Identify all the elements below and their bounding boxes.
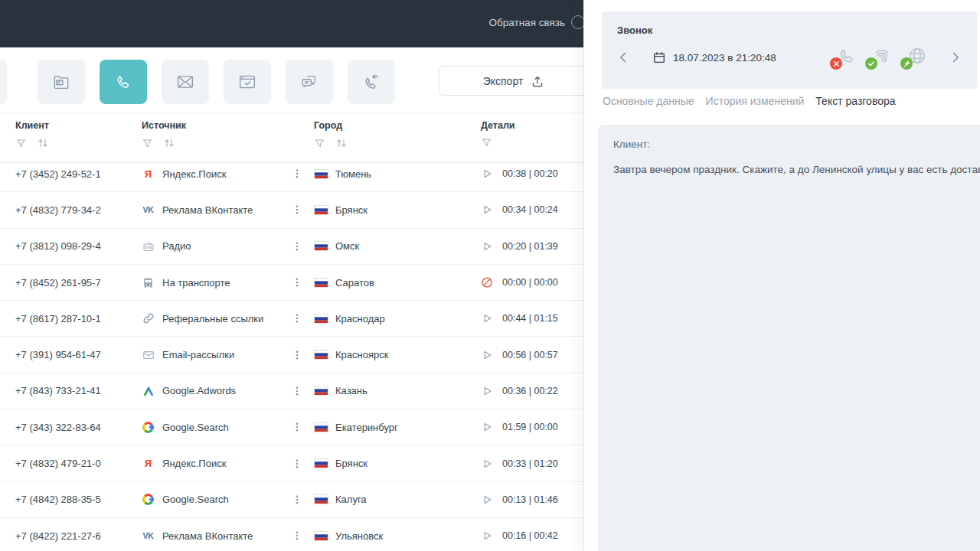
row-menu-dots-icon[interactable] (290, 239, 304, 254)
row-menu-dots-icon[interactable] (290, 311, 304, 326)
filter-emails-button[interactable] (162, 60, 209, 104)
russia-flag-icon (314, 531, 328, 541)
row-menu-dots-icon[interactable] (290, 347, 304, 363)
missed-call-icon-badge (830, 57, 842, 70)
table-body: +7 (3452) 249-52-1 ЯЯндекс.Поиск Тюмень … (0, 163, 583, 551)
calendar-icon (652, 51, 666, 64)
source-label: Радио (162, 240, 191, 252)
tab-0[interactable]: Основные данные (603, 95, 694, 107)
sort-arrows-icon[interactable] (335, 137, 348, 149)
toolbar-filter-group (38, 60, 395, 104)
table-row[interactable]: +7 (4832) 779-34-2 VKРеклама ВКонтакте Б… (0, 192, 583, 228)
column-label: Город (314, 120, 481, 131)
table-row[interactable]: +7 (8422) 221-27-6 VKРеклама ВКонтакте У… (0, 518, 583, 551)
play-button-icon[interactable] (481, 421, 493, 433)
play-button-icon[interactable] (481, 458, 493, 470)
russia-flag-icon (314, 458, 328, 468)
play-button-icon[interactable] (481, 385, 493, 397)
partial-filter-button[interactable] (0, 60, 7, 104)
call-datetime: 18.07.2023 в 21:20:48 (652, 51, 776, 64)
support-icon[interactable] (571, 15, 583, 29)
blocked-call-icon (481, 276, 493, 289)
call-times: 00:36 | 00:22 (502, 386, 558, 396)
row-menu-dots-icon[interactable] (290, 528, 304, 543)
filter-callbacks-button[interactable] (348, 60, 395, 104)
play-button-icon[interactable] (481, 494, 493, 506)
city-label: Омск (335, 240, 359, 252)
client-phone: +7 (391) 954-61-47 (15, 349, 142, 360)
table-row[interactable]: +7 (391) 954-61-47 Email-рассылки Красно… (0, 337, 583, 373)
source-label: Google.Search (162, 422, 229, 433)
vk-icon: VK (142, 532, 155, 540)
source-label: Реклама ВКонтакте (162, 530, 253, 542)
feedback-link[interactable]: Обратная связь (489, 17, 565, 28)
row-menu-dots-icon[interactable] (290, 202, 304, 217)
transcript-message: Клиент: Завтра вечером праздник. Скажите… (598, 125, 980, 551)
filter-chats-button[interactable] (286, 60, 333, 104)
play-button-icon[interactable] (481, 204, 493, 216)
filter-calls-button[interactable] (100, 60, 147, 104)
vk-icon: VK (142, 206, 155, 214)
table-row[interactable]: +7 (3812) 098-29-4 Радио Омск 00:20 | 01… (0, 229, 583, 265)
row-menu-dots-icon[interactable] (290, 456, 304, 471)
russia-flag-icon (314, 278, 328, 288)
row-menu-dots-icon[interactable] (290, 275, 304, 290)
play-button-icon[interactable] (481, 168, 493, 180)
table-row[interactable]: +7 (4832) 479-21-0 ЯЯндекс.Поиск Брянск … (0, 445, 583, 481)
table-row[interactable]: +7 (3452) 249-52-1 ЯЯндекс.Поиск Тюмень … (0, 163, 583, 192)
source-label: Яндекс.Поиск (162, 168, 226, 180)
client-phone: +7 (8617) 287-10-1 (15, 313, 142, 324)
filter-deals-button[interactable] (38, 60, 85, 104)
play-button-icon[interactable] (481, 240, 493, 253)
site-pinned-icon-badge (900, 57, 913, 70)
table-row[interactable]: +7 (843) 733-21-41 Google.Adwords Казань… (0, 373, 583, 409)
previous-call-button[interactable] (614, 48, 632, 67)
city-label: Тюмень (335, 168, 371, 180)
call-times: 00:33 | 01:20 (502, 458, 558, 469)
table-row[interactable]: +7 (4842) 288-35-5 Google.Search Калуга … (0, 482, 583, 518)
play-button-icon[interactable] (481, 530, 493, 542)
source-label: Реферальные ссылки (162, 313, 263, 324)
filter-funnel-icon[interactable] (314, 138, 325, 149)
tab-2[interactable]: Текст разговора (815, 95, 895, 107)
table-row[interactable]: +7 (8452) 261-95-7 На транспорте Саратов… (0, 265, 583, 301)
filter-forms-button[interactable] (224, 60, 271, 104)
call-navigation: 18.07.2023 в 21:20:48 (602, 45, 977, 70)
play-button-icon[interactable] (481, 349, 493, 361)
export-button[interactable]: Экспорт (439, 66, 583, 96)
city-label: Ульяновск (335, 530, 383, 542)
chat-icon (299, 72, 319, 92)
call-times: 00:13 | 01:46 (502, 494, 558, 505)
filter-funnel-icon[interactable] (481, 137, 492, 148)
row-menu-dots-icon[interactable] (290, 419, 304, 435)
source-label: Email-рассылки (162, 349, 234, 360)
sort-arrows-icon[interactable] (163, 137, 175, 149)
row-menu-dots-icon[interactable] (290, 166, 304, 181)
link-icon (142, 312, 155, 324)
next-call-button[interactable] (946, 48, 965, 67)
city-label: Красноярск (335, 349, 388, 360)
table-row[interactable]: +7 (8617) 287-10-1 Реферальные ссылки Кр… (0, 301, 583, 337)
city-label: Екатеринбург (335, 422, 398, 433)
call-times: 00:44 | 01:15 (502, 313, 558, 324)
radio-icon (142, 240, 155, 253)
call-times: 00:20 | 01:39 (502, 241, 558, 252)
client-phone: +7 (3452) 249-52-1 (15, 168, 142, 180)
call-times: 00:56 | 00:57 (502, 350, 558, 360)
call-times: 00:34 | 00:24 (502, 204, 558, 215)
russia-flag-icon (314, 314, 328, 324)
table-row[interactable]: +7 (343) 322-83-64 Google.Search Екатери… (0, 409, 583, 445)
call-times: 00:00 | 00:00 (502, 277, 558, 288)
row-menu-dots-icon[interactable] (290, 383, 304, 399)
sort-arrows-icon[interactable] (37, 137, 49, 149)
city-label: Саратов (335, 277, 374, 289)
row-menu-dots-icon[interactable] (290, 492, 304, 507)
tab-1[interactable]: История изменений (706, 95, 805, 107)
call-status-icons (830, 45, 928, 70)
russia-flag-icon (314, 422, 328, 432)
filter-funnel-icon[interactable] (142, 138, 153, 149)
filter-funnel-icon[interactable] (15, 138, 27, 149)
play-button-icon[interactable] (481, 312, 493, 324)
city-label: Казань (335, 385, 368, 396)
google-icon (142, 422, 155, 433)
